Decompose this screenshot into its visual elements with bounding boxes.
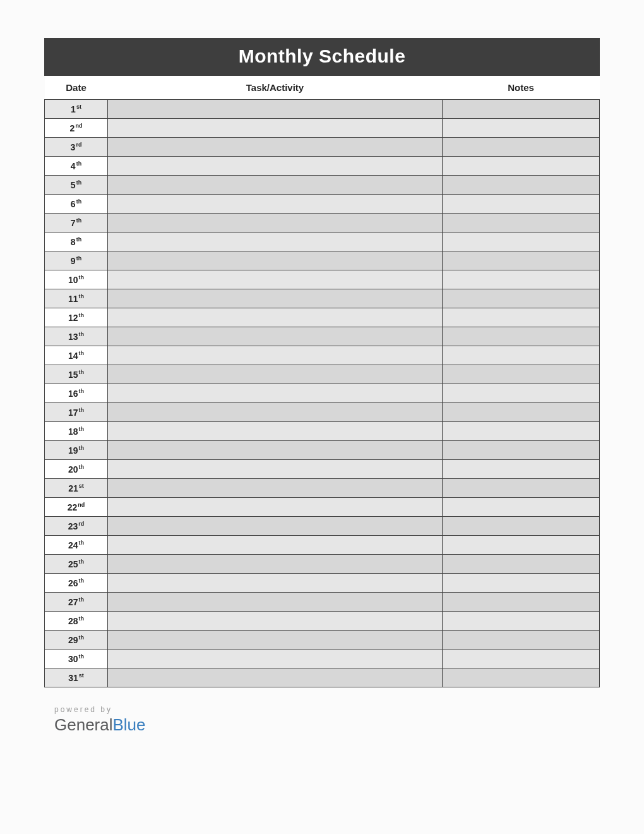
notes-cell[interactable] (443, 308, 600, 327)
task-cell[interactable] (108, 100, 443, 119)
notes-cell[interactable] (443, 422, 600, 441)
task-cell[interactable] (108, 346, 443, 365)
notes-cell[interactable] (443, 270, 600, 289)
date-cell: 9th (45, 251, 108, 270)
date-cell: 16th (45, 384, 108, 403)
task-cell[interactable] (108, 289, 443, 308)
task-cell[interactable] (108, 517, 443, 536)
page-title: Monthly Schedule (44, 38, 600, 76)
task-cell[interactable] (108, 157, 443, 176)
table-row: 18th (45, 422, 600, 441)
notes-cell[interactable] (443, 517, 600, 536)
notes-cell[interactable] (443, 593, 600, 612)
notes-cell[interactable] (443, 574, 600, 593)
task-cell[interactable] (108, 460, 443, 479)
notes-cell[interactable] (443, 327, 600, 346)
date-number: 25 (68, 559, 78, 569)
notes-cell[interactable] (443, 536, 600, 555)
date-number: 17 (68, 408, 78, 418)
task-cell[interactable] (108, 612, 443, 631)
task-cell[interactable] (108, 536, 443, 555)
notes-cell[interactable] (443, 119, 600, 138)
task-cell[interactable] (108, 479, 443, 498)
table-row: 25th (45, 555, 600, 574)
date-cell: 24th (45, 536, 108, 555)
notes-cell[interactable] (443, 157, 600, 176)
task-cell[interactable] (108, 327, 443, 346)
task-cell[interactable] (108, 403, 443, 422)
notes-cell[interactable] (443, 251, 600, 270)
notes-cell[interactable] (443, 479, 600, 498)
task-cell[interactable] (108, 555, 443, 574)
notes-cell[interactable] (443, 403, 600, 422)
notes-cell[interactable] (443, 365, 600, 384)
task-cell[interactable] (108, 138, 443, 157)
date-cell: 11th (45, 289, 108, 308)
task-cell[interactable] (108, 195, 443, 214)
date-suffix: st (79, 672, 84, 679)
date-suffix: rd (76, 142, 81, 148)
table-row: 30th (45, 650, 600, 668)
date-cell: 18th (45, 422, 108, 441)
notes-cell[interactable] (443, 668, 600, 687)
notes-cell[interactable] (443, 498, 600, 517)
date-cell: 4th (45, 157, 108, 176)
task-cell[interactable] (108, 270, 443, 289)
date-number: 23 (68, 521, 78, 531)
date-suffix: th (79, 634, 85, 641)
task-cell[interactable] (108, 631, 443, 650)
task-cell[interactable] (108, 650, 443, 668)
notes-cell[interactable] (443, 233, 600, 251)
date-number: 9 (71, 256, 76, 266)
task-cell[interactable] (108, 593, 443, 612)
date-cell: 15th (45, 365, 108, 384)
notes-cell[interactable] (443, 555, 600, 574)
date-number: 3 (71, 142, 76, 152)
notes-cell[interactable] (443, 346, 600, 365)
task-cell[interactable] (108, 119, 443, 138)
task-cell[interactable] (108, 384, 443, 403)
date-cell: 26th (45, 574, 108, 593)
date-cell: 10th (45, 270, 108, 289)
date-cell: 31st (45, 668, 108, 687)
table-row: 11th (45, 289, 600, 308)
date-suffix: th (76, 236, 82, 243)
date-suffix: th (79, 274, 85, 281)
table-row: 20th (45, 460, 600, 479)
table-row: 3rd (45, 138, 600, 157)
date-suffix: th (79, 388, 85, 394)
date-number: 10 (68, 275, 78, 285)
date-cell: 14th (45, 346, 108, 365)
task-cell[interactable] (108, 441, 443, 460)
notes-cell[interactable] (443, 176, 600, 195)
task-cell[interactable] (108, 308, 443, 327)
task-cell[interactable] (108, 668, 443, 687)
task-cell[interactable] (108, 498, 443, 517)
notes-cell[interactable] (443, 650, 600, 668)
date-number: 8 (71, 237, 76, 247)
notes-cell[interactable] (443, 612, 600, 631)
notes-cell[interactable] (443, 631, 600, 650)
date-number: 16 (68, 389, 78, 399)
date-suffix: th (76, 198, 82, 205)
date-number: 13 (68, 332, 78, 342)
brand-part2: Blue (113, 715, 146, 734)
notes-cell[interactable] (443, 460, 600, 479)
task-cell[interactable] (108, 422, 443, 441)
task-cell[interactable] (108, 251, 443, 270)
task-cell[interactable] (108, 176, 443, 195)
task-cell[interactable] (108, 214, 443, 233)
notes-cell[interactable] (443, 384, 600, 403)
notes-cell[interactable] (443, 441, 600, 460)
task-cell[interactable] (108, 574, 443, 593)
notes-cell[interactable] (443, 289, 600, 308)
notes-cell[interactable] (443, 100, 600, 119)
task-cell[interactable] (108, 233, 443, 251)
date-suffix: th (76, 160, 82, 167)
notes-cell[interactable] (443, 214, 600, 233)
task-cell[interactable] (108, 365, 443, 384)
table-row: 9th (45, 251, 600, 270)
notes-cell[interactable] (443, 138, 600, 157)
date-cell: 28th (45, 612, 108, 631)
notes-cell[interactable] (443, 195, 600, 214)
